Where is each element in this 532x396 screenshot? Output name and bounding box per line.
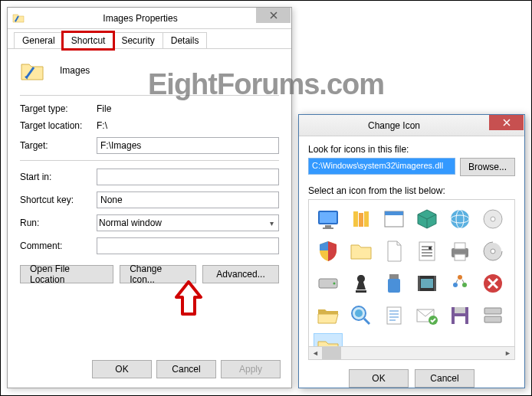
tab-details[interactable]: Details [163, 32, 208, 48]
svg-rect-23 [356, 290, 366, 293]
icon-list: ◄ ► [308, 199, 515, 360]
window-icon [12, 12, 25, 25]
svg-rect-27 [421, 279, 433, 288]
svg-rect-8 [385, 211, 403, 215]
icon-cell-film-frame[interactable] [412, 269, 442, 298]
shortcut-key-label: Shortcut key: [20, 195, 97, 205]
window-title: Images Properties [25, 13, 256, 24]
svg-rect-4 [353, 211, 358, 227]
close-button[interactable] [256, 8, 291, 23]
svg-rect-17 [455, 243, 465, 249]
svg-rect-1 [320, 212, 337, 223]
icon-cell-delete-x[interactable] [478, 269, 507, 298]
svg-rect-24 [389, 274, 399, 279]
icon-cell-storage[interactable] [478, 301, 507, 330]
ci-window-title: Change Icon [299, 120, 489, 131]
change-icon-window: Change Icon Look for icons in this file:… [298, 114, 525, 388]
tab-strip: General Shortcut Security Details [8, 29, 291, 49]
icon-cell-shield[interactable] [314, 237, 343, 266]
icon-cell-app-window[interactable] [379, 205, 409, 234]
svg-rect-42 [484, 308, 501, 314]
icon-cell-disc[interactable] [478, 205, 507, 234]
tab-shortcut[interactable]: Shortcut [63, 32, 114, 49]
scroll-thumb[interactable] [322, 347, 341, 359]
start-in-label: Start in: [20, 172, 97, 182]
open-file-location-button[interactable]: Open File Location [20, 265, 113, 283]
start-in-input[interactable] [97, 169, 279, 185]
advanced-button[interactable]: Advanced... [202, 265, 279, 283]
svg-point-22 [333, 283, 336, 285]
target-location-value: F:\ [97, 120, 279, 131]
ci-cancel-button[interactable]: Cancel [415, 369, 475, 388]
ci-close-button[interactable] [489, 115, 524, 130]
shortcut-key-input[interactable] [97, 191, 279, 208]
svg-point-15 [429, 247, 432, 250]
icon-cell-library-yellow[interactable] [346, 205, 376, 234]
icon-cell-printer[interactable] [445, 237, 475, 266]
titlebar: Images Properties [8, 8, 291, 29]
svg-rect-14 [419, 242, 435, 260]
svg-point-13 [491, 217, 495, 221]
cancel-button[interactable]: Cancel [156, 360, 216, 378]
icon-cell-magnifier-globe[interactable] [346, 301, 376, 330]
look-for-icons-label: Look for icons in this file: [308, 144, 515, 155]
svg-rect-41 [455, 316, 465, 324]
svg-rect-6 [364, 211, 369, 227]
svg-rect-2 [325, 225, 331, 227]
run-select[interactable]: Normal window [97, 214, 279, 231]
target-type-label: Target type: [20, 103, 97, 114]
svg-rect-28 [418, 276, 420, 291]
svg-point-31 [453, 283, 458, 287]
select-icon-label: Select an icon from the list below: [308, 185, 515, 196]
icon-cell-notepad[interactable] [379, 301, 409, 330]
icon-cell-chess-piece[interactable] [346, 269, 376, 298]
svg-point-9 [451, 210, 469, 228]
svg-rect-36 [387, 307, 401, 324]
target-location-label: Target location: [20, 120, 97, 131]
icon-cell-page[interactable] [379, 237, 409, 266]
svg-rect-18 [455, 254, 465, 260]
svg-rect-5 [359, 213, 363, 227]
scroll-left-icon[interactable]: ◄ [309, 347, 322, 360]
horizontal-scrollbar[interactable]: ◄ ► [309, 346, 514, 359]
ci-ok-button[interactable]: OK [349, 369, 409, 388]
target-label: Target: [20, 140, 97, 151]
svg-point-35 [355, 309, 363, 317]
svg-rect-3 [323, 227, 333, 229]
svg-rect-29 [434, 276, 436, 291]
icon-path-input[interactable]: C:\Windows\system32\imageres.dll [308, 158, 455, 175]
properties-window: Images Properties General Shortcut Secur… [7, 7, 292, 388]
icon-cell-mail-envelope-check[interactable] [412, 301, 442, 330]
target-type-value: File [97, 103, 279, 114]
apply-button[interactable]: Apply [221, 360, 281, 378]
icon-cell-disc-silver[interactable] [478, 237, 507, 266]
target-input[interactable] [97, 137, 279, 154]
dialog-buttons: OK Cancel Apply [92, 360, 281, 378]
browse-button[interactable]: Browse... [460, 158, 515, 176]
ci-titlebar: Change Icon [299, 115, 524, 136]
svg-point-20 [491, 249, 495, 254]
icon-cell-sheet-music[interactable] [412, 237, 442, 266]
comment-label: Comment: [20, 241, 97, 251]
icon-cell-users-pyramid[interactable] [445, 269, 475, 298]
icon-cell-floppy-purple[interactable] [445, 301, 475, 330]
svg-rect-25 [388, 279, 400, 293]
scroll-right-icon[interactable]: ► [501, 347, 514, 360]
annotation-up-arrow-icon [173, 280, 204, 319]
icon-cell-folder-yellow[interactable] [346, 237, 376, 266]
icon-cell-folder-open[interactable] [314, 301, 343, 330]
icon-cell-drive[interactable] [314, 269, 343, 298]
icon-cell-monitor-blue[interactable] [314, 205, 343, 234]
icon-cell-globe-network[interactable] [445, 205, 475, 234]
tab-security[interactable]: Security [113, 32, 163, 48]
svg-rect-40 [455, 307, 465, 313]
ok-button[interactable]: OK [92, 360, 152, 378]
run-label: Run: [20, 218, 97, 228]
icon-cell-box-teal[interactable] [412, 205, 442, 234]
svg-rect-43 [484, 316, 501, 322]
icon-cell-usb-drive[interactable] [379, 269, 409, 298]
tab-content: Images Target type: File Target location… [8, 49, 291, 293]
svg-point-30 [458, 275, 462, 280]
tab-general[interactable]: General [14, 32, 64, 48]
comment-input[interactable] [97, 237, 279, 254]
